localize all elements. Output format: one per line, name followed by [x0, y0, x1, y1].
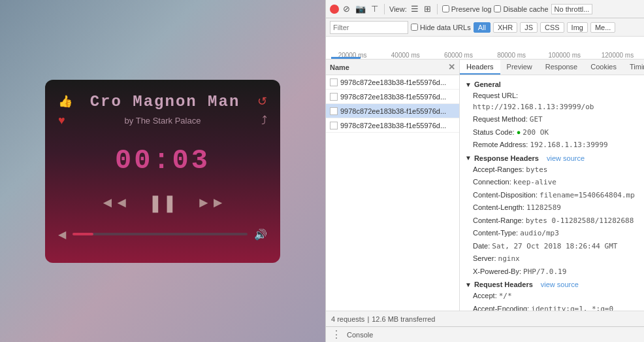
console-menu-button[interactable]: ⋮ [331, 328, 342, 341]
player-progress: ◀ 🔊 [58, 228, 267, 241]
request-url-val: http://192.168.1.13:39999/ob [473, 103, 594, 111]
close-panel-button[interactable]: ✕ [448, 62, 455, 72]
date-row: Date: Sat, 27 Oct 2018 18:26:44 GMT [465, 240, 639, 253]
filter-icon[interactable]: ⊤ [370, 4, 379, 14]
accept-encoding-row: Accept-Encoding: identity;q=1, *;q=0 [465, 303, 639, 311]
hide-data-urls-checkbox[interactable]: Hide data URLs [411, 24, 471, 31]
tl-40000: 40000 ms [379, 52, 432, 59]
status-code-val: 200 OK [523, 128, 549, 137]
preserve-log-label: Preserve log [451, 5, 492, 13]
content-length-val: 11282589 [526, 203, 561, 212]
rewind-button[interactable]: ◄◄ [100, 194, 129, 211]
connection-row: Connection: keep-alive [465, 176, 639, 189]
accept-key: Accept: [473, 292, 499, 299]
group-view-icon[interactable]: ⊞ [423, 4, 432, 14]
tab-headers[interactable]: Headers [460, 60, 500, 75]
tab-preview[interactable]: Preview [500, 60, 539, 75]
response-headers-label: Response Headers [474, 154, 539, 162]
content-range-val: bytes 0-11282588/11282688 [526, 216, 634, 225]
camera-icon[interactable]: 📷 [354, 4, 367, 14]
accept-row: Accept: */* [465, 290, 639, 303]
preserve-log-input[interactable] [442, 5, 449, 12]
toolbar-sep-1 [384, 4, 385, 14]
disable-cache-input[interactable] [494, 5, 501, 12]
volume-low-icon: ◀ [58, 228, 66, 241]
server-val: nginx [498, 254, 520, 263]
network-list: Name ✕ 9978c872ee183b38-f1e55976d... 997… [326, 60, 460, 311]
disable-cache-checkbox[interactable]: Disable cache [494, 5, 548, 13]
filter-tag-css[interactable]: CSS [540, 22, 564, 33]
tab-response[interactable]: Response [539, 60, 585, 75]
transferred-size: 12.6 MB transferred [372, 315, 435, 323]
network-row-selected[interactable]: 9978c872ee183b38-f1e55976d... [326, 104, 459, 118]
remote-address-row: Remote Address: 192.168.1.13:39999 [465, 139, 639, 152]
refresh-icon[interactable]: ↺ [257, 94, 267, 109]
request-headers-view-source[interactable]: view source [541, 281, 579, 288]
pause-button[interactable]: ❚❚ [148, 193, 177, 213]
network-row[interactable]: 9978c872ee183b38-f1e55976d... [326, 118, 459, 133]
request-method-val: GET [530, 115, 543, 124]
preserve-log-checkbox[interactable]: Preserve log [442, 5, 492, 13]
list-view-icon[interactable]: ☰ [410, 4, 420, 14]
row-name-2: 9978c872ee183b38-f1e55976d... [340, 93, 455, 101]
filter-input[interactable] [330, 21, 408, 34]
shuffle-icon[interactable]: 👍 [58, 94, 72, 109]
request-method-row: Request Method: GET [465, 113, 639, 126]
network-row[interactable]: 9978c872ee183b38-f1e55976d... [326, 75, 459, 90]
content-type-val: audio/mp3 [520, 229, 559, 237]
row-name-1: 9978c872ee183b38-f1e55976d... [340, 78, 455, 86]
devtools-main: Name ✕ 9978c872ee183b38-f1e55976d... 997… [326, 60, 644, 311]
response-headers-view-source[interactable]: view source [547, 154, 585, 162]
progress-bar[interactable] [72, 233, 248, 235]
console-label[interactable]: Console [347, 331, 373, 339]
view-label: View: [389, 5, 407, 13]
forward-button[interactable]: ►► [197, 194, 225, 211]
devtools-toolbar: ⊘ 📷 ⊤ View: ☰ ⊞ Preserve log Disable cac… [326, 0, 644, 18]
content-type-key: Content-Type: [473, 229, 520, 237]
content-range-key: Content-Range: [473, 216, 526, 224]
request-headers-label: Request Headers [474, 281, 533, 288]
server-row: Server: nginx [465, 252, 639, 265]
filter-tag-me[interactable]: Me... [590, 22, 615, 33]
tl-60000: 60000 ms [432, 52, 485, 59]
player-card: 👍 Cro Magnon Man ↺ ♥ ⤴ by The Stark Pala… [45, 80, 280, 263]
tl-120000: 120000 ms [591, 52, 644, 59]
tab-timing[interactable]: Timing [623, 60, 644, 75]
detail-panel: Headers Preview Response Cookies Timing … [460, 60, 644, 311]
general-section-title: ▼ General [465, 78, 639, 90]
headers-content: ▼ General Request URL: http://192.168.1.… [460, 75, 644, 311]
player-top: 👍 Cro Magnon Man ↺ [58, 93, 267, 111]
date-val: Sat, 27 Oct 2018 18:26:44 GMT [492, 242, 617, 250]
content-range-row: Content-Range: bytes 0-11282588/11282688 [465, 214, 639, 228]
filter-tag-all[interactable]: All [474, 22, 491, 33]
filter-tag-img[interactable]: Img [567, 22, 588, 33]
filter-tag-xhr[interactable]: XHR [493, 22, 517, 33]
share-icon[interactable]: ⤴ [261, 114, 267, 128]
tab-cookies[interactable]: Cookies [584, 60, 623, 75]
request-headers-arrow: ▼ [465, 281, 472, 288]
content-disposition-key: Content-Disposition: [473, 191, 539, 199]
remote-address-val: 192.168.1.13:39999 [530, 141, 607, 149]
progress-fill [72, 233, 93, 235]
network-list-header: Name ✕ [326, 60, 459, 75]
content-disposition-row: Content-Disposition: filename=1540664804… [465, 189, 639, 202]
status-dot: ● [517, 128, 523, 136]
network-row[interactable]: 9978c872ee183b38-f1e55976d... [326, 90, 459, 104]
hide-data-urls-label: Hide data URLs [420, 24, 471, 31]
timeline-bar: 20000 ms 40000 ms 60000 ms 80000 ms 1000… [326, 37, 644, 60]
request-url-row: Request URL: http://192.168.1.13:39999/o… [465, 90, 639, 113]
row-checkbox-3 [330, 107, 338, 115]
throttle-select[interactable]: No throttl... [551, 4, 593, 14]
player-time: 00:03 [115, 145, 210, 177]
record-button[interactable] [330, 5, 339, 14]
general-arrow: ▼ [465, 81, 472, 88]
filter-tag-js[interactable]: JS [520, 22, 538, 33]
remote-address-key: Remote Address: [473, 141, 530, 148]
stop-button[interactable]: ⊘ [342, 4, 351, 14]
hide-data-urls-input[interactable] [411, 24, 418, 31]
accept-ranges-val: bytes [526, 165, 547, 174]
volume-icon[interactable]: 🔊 [254, 228, 267, 241]
tl-100000: 100000 ms [538, 52, 591, 59]
heart-icon[interactable]: ♥ [58, 114, 65, 128]
devtools-statusbar: 4 requests | 12.6 MB transferred [326, 311, 644, 326]
